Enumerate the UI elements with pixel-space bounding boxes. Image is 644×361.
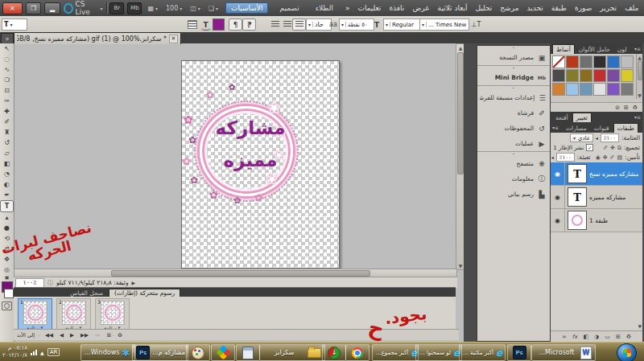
style-swatch[interactable]: [621, 55, 634, 68]
tool-history-brush[interactable]: ↺: [1, 137, 13, 148]
bridge-button[interactable]: Br: [109, 2, 124, 14]
style-swatch[interactable]: [593, 69, 606, 82]
tool-eraser[interactable]: ▱: [1, 148, 13, 158]
play-icon[interactable]: ▶: [68, 332, 76, 338]
panel-menu-icon[interactable]: ▾≡: [634, 114, 641, 120]
tool-healing-brush[interactable]: ✚: [1, 106, 13, 117]
style-swatch[interactable]: [621, 83, 634, 96]
panel-menu-icon[interactable]: ▾≡: [552, 125, 559, 130]
tool-3d-rotate[interactable]: ⟲: [1, 233, 13, 244]
layer-visibility-icon[interactable]: ◉: [551, 209, 565, 232]
layer-thumbnail-text[interactable]: T: [568, 187, 587, 207]
layer-row-image[interactable]: ◉ طبقة 1: [551, 209, 642, 232]
lock-pixels-icon[interactable]: ✐: [610, 154, 615, 161]
menu-analysis[interactable]: تحليل: [474, 4, 493, 12]
tool-lasso[interactable]: ∿: [1, 64, 13, 75]
adjustment-layer-icon[interactable]: ◑: [594, 334, 599, 340]
menu-help[interactable]: تعليمات: [357, 4, 382, 12]
tool-blur[interactable]: ◔: [1, 169, 13, 179]
style-swatch[interactable]: [552, 83, 565, 96]
tool-gradient[interactable]: ◧: [1, 158, 13, 169]
arrange-documents-button[interactable]: ◫ ▾: [188, 4, 203, 13]
style-swatch[interactable]: [593, 83, 606, 96]
tool-hand[interactable]: ✥: [1, 254, 13, 265]
style-swatch[interactable]: [607, 83, 620, 96]
menu-select[interactable]: تحديد: [526, 4, 543, 12]
taskbar-calculator[interactable]: [236, 344, 260, 361]
layer-name[interactable]: مشاركه مميزه: [589, 194, 642, 201]
font-family-select[interactable]: ▾ ... Times New: [419, 18, 469, 31]
propagate-frame-checkbox[interactable]: ✓: [586, 144, 593, 151]
panel-menu-icon[interactable]: ▾≡: [634, 46, 641, 51]
unify-visibility-icon[interactable]: ✥: [610, 145, 615, 151]
taskbar-ie-3[interactable]: أكبر مكتبة ... e: [459, 344, 506, 361]
layer-name[interactable]: مشاركه مميزه نسخ: [589, 170, 642, 178]
next-frame-icon[interactable]: ▶▶: [79, 332, 90, 338]
font-size-select[interactable]: ▾ ٥٠ نقطة: [339, 18, 374, 31]
restore-window-icon[interactable]: ❐: [26, 2, 42, 14]
style-swatch[interactable]: [566, 55, 579, 68]
menu-3d[interactable]: أبعاد ثلاثية: [437, 4, 469, 12]
layer-mask-icon[interactable]: ◧: [583, 334, 588, 340]
tool-marquee[interactable]: ◌: [1, 54, 13, 64]
layer-thumbnail-text[interactable]: T: [568, 164, 587, 183]
tool-brush[interactable]: ✐: [1, 117, 13, 127]
taskbar-media[interactable]: [211, 344, 235, 361]
loop-count-select[interactable]: إلى الأبد: [17, 332, 35, 338]
tool-shape[interactable]: ●: [1, 223, 13, 233]
workspace-essentials[interactable]: الأساسيات: [225, 2, 268, 14]
panel-adjust[interactable]: ❋ متصفح: [477, 156, 550, 171]
fill-field[interactable]: ١٠٠٪: [556, 153, 575, 162]
layer-name[interactable]: طبقة 1: [589, 217, 642, 224]
layer-group-icon[interactable]: ▭: [605, 334, 610, 340]
tool-dodge[interactable]: ◐: [1, 179, 13, 190]
panel-info[interactable]: ⓘ معلومات: [477, 171, 550, 187]
tab-paths[interactable]: مسارات: [563, 124, 590, 133]
opacity-field[interactable]: ١٠٠٪: [601, 133, 619, 142]
taskbar-photoshop-active[interactable]: Ps مشاركه م...: [132, 344, 188, 361]
taskbar-folder[interactable]: سكرابز: [259, 344, 325, 361]
tool-move[interactable]: ↖: [1, 43, 13, 54]
lock-all-icon[interactable]: ◉: [596, 154, 601, 161]
style-swatch[interactable]: [552, 69, 565, 82]
style-swatch[interactable]: [580, 55, 592, 68]
style-swatch[interactable]: [607, 69, 620, 82]
tool-clone-stamp[interactable]: ♜: [1, 127, 13, 137]
taskbar-clock[interactable]: ٠٥:١٨ م ٢٠١٢/١٠/٨: [2, 345, 27, 359]
new-layer-icon[interactable]: ⊞: [616, 334, 621, 340]
layer-visibility-icon[interactable]: ◉: [551, 186, 565, 208]
animation-frame-2[interactable]: 2 ٠.٢ ثانية: [56, 298, 91, 332]
quick-mask-icon[interactable]: [2, 302, 12, 310]
text-direction-rtl-icon[interactable]: ¶: [242, 18, 256, 31]
tool-preset-picker[interactable]: T ▾: [2, 18, 27, 31]
tab-styles[interactable]: أنماط: [552, 44, 575, 54]
tab-measurement-log[interactable]: سجل القياس: [65, 289, 108, 297]
tool-type[interactable]: T: [0, 200, 14, 212]
panel-history[interactable]: ↺ المحفوظات: [477, 121, 550, 136]
panel-brush[interactable]: ✐ فرشاة: [477, 105, 550, 121]
taskbar-word[interactable]: ...Microsoft W: [531, 344, 596, 361]
panel-clone-source[interactable]: ▣ مصدر النسخة: [477, 50, 550, 65]
taskbar-chrome[interactable]: [345, 344, 369, 361]
layer-thumbnail-image[interactable]: [568, 211, 587, 230]
menu-window[interactable]: نافذة: [388, 4, 405, 12]
status-expand-icon[interactable]: ▶: [132, 280, 136, 285]
lock-transparency-icon[interactable]: ▨: [617, 154, 622, 161]
tab-animation-frames[interactable]: رسوم متحركة (إطارات): [109, 289, 180, 297]
layer-visibility-icon[interactable]: ◉: [551, 162, 565, 185]
previous-frame-icon[interactable]: ◀: [58, 332, 65, 338]
lock-position-icon[interactable]: ✥: [603, 154, 608, 161]
screen-mode-button[interactable]: ❏ ▾: [206, 4, 221, 13]
new-style-icon[interactable]: ⊞: [624, 105, 629, 111]
tab-masks[interactable]: أقنعة: [552, 113, 572, 122]
taskbar-ie-2[interactable]: لو سمحتوا ... e: [415, 344, 462, 361]
blend-mode-select[interactable]: عادي ▾: [570, 133, 593, 142]
tool-quick-selection[interactable]: ❍: [1, 75, 13, 85]
panel-mini-bridge[interactable]: Mb Mini Bridge: [477, 70, 550, 85]
show-hidden-icons[interactable]: ▲: [40, 350, 44, 355]
taskbar-paint[interactable]: [186, 344, 210, 361]
unify-style-icon[interactable]: ✐: [603, 145, 608, 151]
menu-file[interactable]: ملف: [624, 4, 639, 12]
style-swatch[interactable]: [621, 69, 634, 82]
animation-frame-3[interactable]: 3 ٠.٢ ثانية: [95, 298, 130, 332]
